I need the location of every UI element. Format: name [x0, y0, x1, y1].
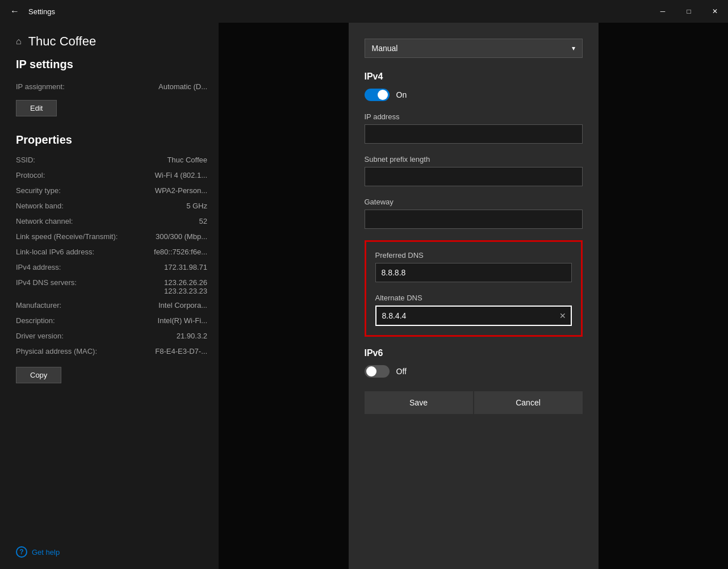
preferred-dns-group: Preferred DNS: [375, 251, 572, 282]
ipv6-toggle[interactable]: [365, 365, 390, 378]
get-help-row: ? Get help: [16, 546, 60, 558]
home-icon: ⌂: [16, 36, 22, 47]
preferred-dns-input[interactable]: [375, 263, 572, 282]
get-help-link[interactable]: Get help: [32, 548, 60, 557]
link-speed-value: 300/300 (Mbp...: [156, 232, 207, 242]
channel-value: 52: [199, 217, 207, 227]
ipv6-section-heading: IPv6: [365, 348, 583, 358]
close-button[interactable]: ✕: [702, 0, 728, 23]
manufacturer-label: Manufacturer:: [16, 301, 107, 309]
driver-label: Driver version:: [16, 332, 107, 340]
driver-value: 21.90.3.2: [177, 332, 207, 341]
alternate-dns-label: Alternate DNS: [375, 294, 572, 302]
gateway-label: Gateway: [365, 198, 583, 206]
minimize-button[interactable]: ─: [650, 0, 676, 23]
band-row: Network band: 5 GHz: [16, 202, 219, 211]
ipv6-toggle-row: Off: [365, 365, 583, 378]
mac-value: F8-E4-E3-D7-...: [155, 347, 207, 357]
link-local-row: Link-local IPv6 address: fe80::7526:f6e.…: [16, 248, 219, 257]
ssid-row: SSID: Thuc Coffee: [16, 156, 219, 165]
subnet-group: Subnet prefix length: [365, 155, 583, 186]
protocol-row: Protocol: Wi-Fi 4 (802.1...: [16, 171, 219, 181]
ipv4-value: 172.31.98.71: [164, 263, 207, 273]
subnet-label: Subnet prefix length: [365, 155, 583, 164]
network-name: Thuc Coffee: [28, 34, 96, 49]
link-speed-label: Link speed (Receive/Transmit):: [16, 232, 118, 241]
action-buttons: Save Cancel: [365, 391, 583, 414]
window-controls: ─ □ ✕: [650, 0, 728, 23]
ip-assignment-row: IP assignment: Automatic (D...: [16, 82, 219, 91]
alternate-dns-group: Alternate DNS ✕: [375, 294, 572, 326]
link-local-label: Link-local IPv6 address:: [16, 248, 107, 256]
properties-section: Properties SSID: Thuc Coffee Protocol: W…: [16, 133, 219, 395]
toggle-knob: [378, 90, 388, 100]
titlebar: ← Settings ─ □ ✕: [0, 0, 728, 23]
chevron-down-icon: ▾: [572, 44, 575, 52]
band-label: Network band:: [16, 202, 107, 210]
clear-alternate-dns-button[interactable]: ✕: [558, 310, 567, 321]
copy-button[interactable]: Copy: [16, 367, 61, 383]
driver-row: Driver version: 21.90.3.2: [16, 332, 219, 341]
ssid-label: SSID:: [16, 156, 107, 164]
ipv6-toggle-label: Off: [396, 367, 407, 376]
gateway-input[interactable]: [365, 210, 583, 229]
protocol-label: Protocol:: [16, 171, 107, 179]
main-layout: ⌂ Thuc Coffee IP settings IP assignment:…: [0, 23, 728, 569]
maximize-button[interactable]: □: [676, 0, 702, 23]
gateway-group: Gateway: [365, 198, 583, 229]
protocol-value: Wi-Fi 4 (802.1...: [155, 171, 207, 181]
window-title: Settings: [28, 7, 55, 16]
ipv4-toggle-label: On: [396, 90, 407, 99]
dns-value: 123.26.26.26 123.23.23.23: [164, 278, 207, 295]
ipv4-toggle-row: On: [365, 89, 583, 101]
edit-button[interactable]: Edit: [16, 100, 57, 116]
channel-label: Network channel:: [16, 217, 107, 225]
ip-address-input[interactable]: [365, 124, 583, 144]
ipv4-section-heading: IPv4: [365, 72, 583, 82]
dropdown-value: Manual: [372, 44, 398, 53]
mac-row: Physical address (MAC): F8-E4-E3-D7-...: [16, 347, 219, 357]
properties-title: Properties: [16, 133, 219, 147]
back-button[interactable]: ←: [7, 3, 23, 19]
ipv4-toggle[interactable]: [365, 89, 390, 101]
security-row: Security type: WPA2-Person...: [16, 186, 219, 196]
save-button[interactable]: Save: [365, 391, 473, 414]
ip-assignment-value: Automatic (D...: [158, 82, 207, 91]
dns-row: IPv4 DNS servers: 123.26.26.26 123.23.23…: [16, 278, 219, 295]
dialog-overlay: Manual ▾ IPv4 On IP address Subnet prefi…: [219, 23, 728, 569]
alternate-dns-input[interactable]: [375, 306, 572, 326]
channel-row: Network channel: 52: [16, 217, 219, 227]
security-value: WPA2-Person...: [155, 186, 207, 196]
band-value: 5 GHz: [186, 202, 207, 211]
cancel-button[interactable]: Cancel: [474, 391, 583, 414]
description-label: Description:: [16, 316, 107, 325]
ipv4-row: IPv4 address: 172.31.98.71: [16, 263, 219, 273]
ip-address-label: IP address: [365, 112, 583, 121]
alternate-dns-input-wrap: ✕: [375, 306, 572, 326]
ipv4-label: IPv4 address:: [16, 263, 107, 271]
network-edit-dialog: Manual ▾ IPv4 On IP address Subnet prefi…: [349, 23, 599, 569]
preferred-dns-label: Preferred DNS: [375, 251, 572, 260]
ip-settings-title: IP settings: [16, 58, 219, 71]
toggle-knob-ipv6: [366, 366, 376, 376]
link-local-value: fe80::7526:f6e...: [154, 248, 207, 257]
network-home-row: ⌂ Thuc Coffee: [16, 34, 219, 49]
dns-label: IPv4 DNS servers:: [16, 278, 107, 287]
mac-label: Physical address (MAC):: [16, 347, 107, 355]
link-speed-row: Link speed (Receive/Transmit): 300/300 (…: [16, 232, 219, 242]
dns-highlight-section: Preferred DNS Alternate DNS ✕: [365, 240, 583, 337]
subnet-input[interactable]: [365, 167, 583, 186]
manufacturer-row: Manufacturer: Intel Corpora...: [16, 301, 219, 311]
description-value: Intel(R) Wi-Fi...: [158, 316, 207, 326]
manufacturer-value: Intel Corpora...: [158, 301, 207, 311]
security-label: Security type:: [16, 186, 107, 195]
description-row: Description: Intel(R) Wi-Fi...: [16, 316, 219, 326]
ip-address-group: IP address: [365, 112, 583, 144]
sidebar: ⌂ Thuc Coffee IP settings IP assignment:…: [0, 23, 219, 569]
ip-type-dropdown[interactable]: Manual ▾: [365, 39, 583, 58]
ip-assignment-label: IP assignment:: [16, 82, 65, 91]
ssid-value: Thuc Coffee: [167, 156, 207, 165]
help-icon: ?: [16, 546, 27, 558]
